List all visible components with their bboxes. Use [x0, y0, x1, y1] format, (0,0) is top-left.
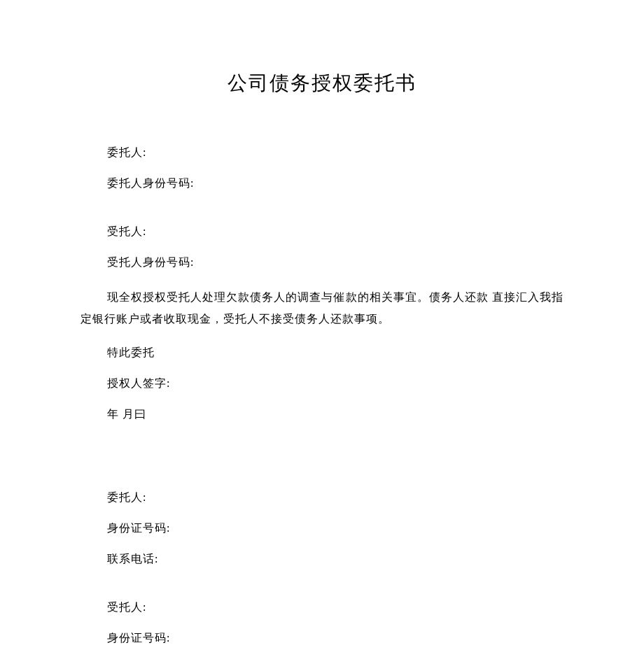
trustee-label: 受托人:: [80, 225, 564, 239]
document-page: 公司债务授权委托书 委托人: 委托人身份号码: 受托人: 受托人身份号码: 现全…: [0, 0, 644, 664]
trustee-id-label: 受托人身份号码:: [80, 255, 564, 270]
document-title: 公司债务授权委托书: [80, 70, 564, 97]
id-label-2: 身份证号码:: [80, 521, 564, 536]
client-id-label: 委托人身份号码:: [80, 176, 564, 191]
client-label: 委托人:: [80, 146, 564, 160]
section-divider: [80, 438, 564, 490]
trustee-label-2: 受托人:: [80, 600, 564, 615]
signature-label: 授权人签字:: [80, 376, 564, 391]
trustee-id-label-2: 身份证号码:: [80, 631, 564, 646]
date-label: 年 月曰: [80, 407, 564, 422]
phone-label: 联系电话:: [80, 552, 564, 567]
authorization-body: 现全权授权受托人处理欠款债务人的调查与催款的相关事宜。债务人还款 直接汇入我指定…: [80, 286, 564, 330]
client-label-2: 委托人:: [80, 490, 564, 505]
closing-text: 特此委托: [80, 346, 564, 360]
